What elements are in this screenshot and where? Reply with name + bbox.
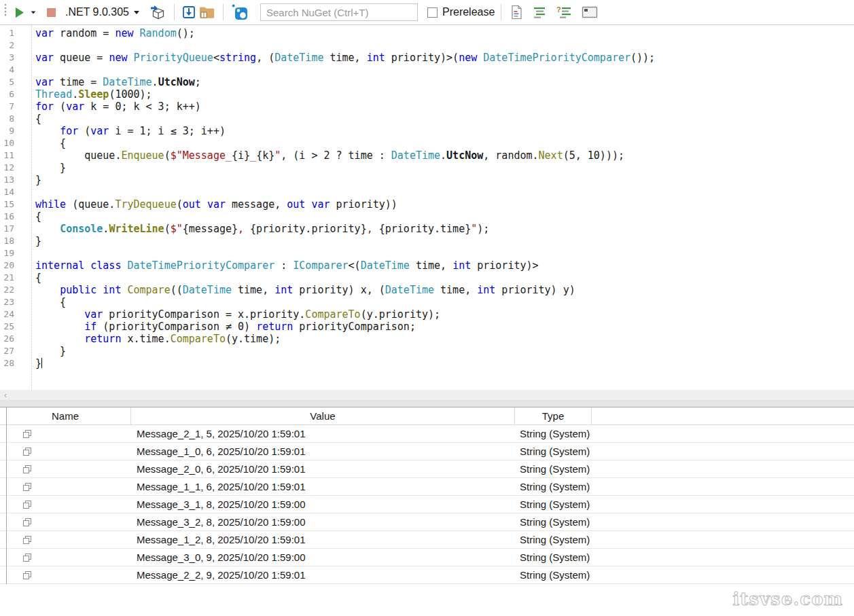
column-header-value[interactable]: Value	[131, 407, 515, 424]
copy-icon[interactable]	[22, 553, 32, 562]
code-token: Next	[539, 149, 563, 162]
code-line[interactable]	[35, 186, 854, 198]
code-line[interactable]: return x.time.CompareTo(y.time);	[35, 333, 854, 345]
code-token: ,	[367, 223, 379, 235]
code-line[interactable]: var priorityComparison = x.priority.Comp…	[35, 308, 854, 321]
format-document-button[interactable]	[531, 3, 548, 22]
code-line[interactable]	[35, 39, 854, 52]
copy-icon[interactable]	[22, 429, 32, 439]
search-input[interactable]	[260, 3, 418, 21]
copy-icon[interactable]	[22, 500, 32, 509]
run-options-dropdown[interactable]	[29, 3, 37, 22]
copy-icon[interactable]	[22, 447, 32, 456]
code-token	[201, 198, 207, 211]
run-button[interactable]	[13, 3, 26, 22]
code-line[interactable]: var time = DateTime.UtcNow;	[35, 76, 854, 88]
value-cell: Message_2_1, 5, 2025/10/20 1:59:01	[131, 428, 515, 439]
code-line[interactable]: {	[35, 113, 854, 125]
code-line[interactable]: {	[35, 211, 854, 223]
console-window-icon	[582, 6, 598, 18]
open-button[interactable]	[198, 3, 217, 22]
report-problem-button[interactable]	[508, 3, 524, 22]
copy-icon[interactable]	[22, 482, 32, 492]
code-token: int	[274, 284, 293, 296]
code-token: var	[35, 76, 54, 88]
prerelease-checkbox[interactable]	[427, 7, 438, 18]
code-line[interactable]: {	[35, 137, 854, 149]
code-token: (	[54, 101, 66, 113]
code-line[interactable]: for (var k = 0; k < 3; k++)	[35, 101, 854, 113]
table-row[interactable]: Message_3_0, 9, 2025/10/20 1:59:00String…	[0, 549, 854, 566]
code-line[interactable]: internal class DateTimePriorityComparer …	[35, 259, 854, 272]
code-line[interactable]: public int Compare((DateTime time, int p…	[35, 284, 854, 296]
code-token: TryDequeue	[115, 198, 176, 211]
nuget-icon	[232, 4, 248, 20]
code-token: Random	[140, 27, 177, 39]
code-line[interactable]: Thread.Sleep(1000);	[35, 88, 854, 101]
pane-splitter[interactable]	[0, 401, 854, 407]
code-line[interactable]: }	[35, 174, 854, 186]
line-number: 27	[0, 345, 31, 357]
value-cell: Message_1_2, 8, 2025/10/20 1:59:01	[131, 534, 515, 545]
code-token: {	[35, 211, 41, 223]
line-number: 1	[0, 27, 31, 39]
copy-icon[interactable]	[22, 465, 32, 474]
copy-icon[interactable]	[22, 535, 32, 545]
value-cell: Message_3_1, 8, 2025/10/20 1:59:00	[131, 499, 515, 510]
code-line[interactable]: Console.WriteLine($"{message}, {priority…	[35, 223, 854, 235]
code-token: var	[84, 308, 103, 321]
copy-icon[interactable]	[22, 570, 32, 580]
code-line[interactable]: while (queue.TryDequeue(out var message,…	[35, 198, 854, 211]
code-token: CompareTo	[171, 333, 226, 345]
column-header-name[interactable]: Name	[0, 407, 131, 424]
code-token: (priorityComparison ≠ 0)	[96, 321, 256, 333]
toolbar-separator	[501, 4, 501, 20]
code-token: (	[164, 223, 171, 235]
code-line[interactable]: }	[35, 162, 854, 174]
collapse-results-button[interactable]: ‹	[1, 391, 10, 400]
nuget-packages-button[interactable]	[230, 3, 249, 22]
code-token: , (	[256, 52, 274, 64]
code-line[interactable]: }	[35, 235, 854, 247]
code-token	[477, 52, 483, 64]
code-token	[35, 308, 84, 321]
toolbar-grip-handle[interactable]	[3, 3, 7, 21]
stop-button[interactable]	[46, 3, 57, 22]
platform-selector[interactable]: .NET 9.0.305	[65, 6, 139, 18]
code-line[interactable]	[35, 64, 854, 76]
code-token: DateTimePriorityComparer	[127, 259, 274, 272]
code-token: {i}	[232, 149, 250, 162]
code-line[interactable]: queue.Enqueue($"Message_{i}_{k}", (i > 2…	[35, 149, 854, 162]
code-line[interactable]: var random = new Random();	[35, 27, 854, 39]
code-line[interactable]: var queue = new PriorityQueue<string, (D…	[35, 52, 854, 64]
table-row[interactable]: Message_2_0, 6, 2025/10/20 1:59:01String…	[0, 460, 854, 478]
code-line[interactable]: for (var i = 1; i ≤ 3; i++)	[35, 125, 854, 137]
copy-icon[interactable]	[22, 518, 32, 527]
code-line[interactable]: {	[35, 296, 854, 308]
table-row[interactable]: Message_2_2, 9, 2025/10/20 1:59:01String…	[0, 566, 854, 584]
code-token	[35, 284, 60, 296]
format-selection-button[interactable]: ?	[554, 3, 573, 22]
table-row[interactable]: Message_1_0, 6, 2025/10/20 1:59:01String…	[0, 443, 854, 460]
code-line[interactable]: if (priorityComparison ≠ 0) return prior…	[35, 321, 854, 333]
value-cell: Message_2_0, 6, 2025/10/20 1:59:01	[131, 463, 515, 475]
line-number: 5	[0, 76, 31, 88]
save-button[interactable]	[180, 3, 198, 22]
code-line[interactable]	[35, 247, 854, 259]
table-row[interactable]: Message_2_1, 5, 2025/10/20 1:59:01String…	[0, 425, 854, 443]
table-row[interactable]: Message_1_2, 8, 2025/10/20 1:59:01String…	[0, 531, 854, 549]
column-header-type[interactable]: Type	[515, 407, 592, 424]
prerelease-label[interactable]: Prerelease	[442, 6, 495, 18]
console-button[interactable]	[580, 3, 599, 22]
table-row[interactable]: Message_3_2, 8, 2025/10/20 1:59:00String…	[0, 513, 854, 531]
code-lines[interactable]: var random = new Random();var queue = ne…	[33, 25, 854, 390]
format-document-icon	[533, 5, 546, 19]
restore-packages-button[interactable]	[149, 3, 168, 22]
code-line[interactable]: }	[35, 345, 854, 357]
code-line[interactable]: }	[35, 357, 854, 369]
code-editor[interactable]: 1234567891011121314151617181920212223242…	[0, 25, 854, 390]
code-line[interactable]: {	[35, 272, 854, 284]
type-cell: String (System)	[515, 516, 592, 528]
table-row[interactable]: Message_1_1, 6, 2025/10/20 1:59:01String…	[0, 478, 854, 496]
table-row[interactable]: Message_3_1, 8, 2025/10/20 1:59:00String…	[0, 496, 854, 513]
